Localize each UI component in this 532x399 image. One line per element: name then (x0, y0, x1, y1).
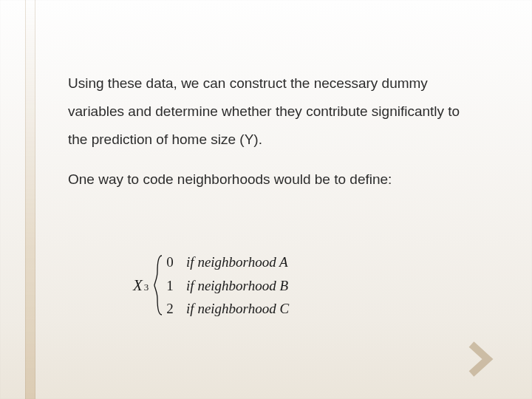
chevron-right-icon (468, 341, 499, 377)
case-row: 2 if neighborhood C (166, 299, 289, 318)
equation-cases: 0 if neighborhood A 1 if neighborhood B … (166, 253, 289, 318)
equation: X 3 0 if neighborhood A 1 if neighborhoo… (133, 253, 384, 318)
case-text: if neighborhood B (182, 278, 288, 293)
slide: Using these data, we can construct the n… (0, 0, 532, 399)
paragraph-1: Using these data, we can construct the n… (68, 69, 467, 154)
equation-subscript: 3 (144, 282, 149, 293)
case-value: 0 (166, 253, 178, 272)
paragraph-2: One way to code neighborhoods would be t… (68, 166, 467, 194)
case-row: 0 if neighborhood A (166, 253, 289, 272)
equation-variable: X (133, 276, 143, 295)
case-value: 1 (166, 276, 178, 296)
case-text: if neighborhood A (182, 254, 288, 270)
case-text: if neighborhood C (182, 301, 289, 316)
left-brace-icon (153, 254, 163, 316)
left-accent-bar (25, 0, 35, 399)
case-row: 1 if neighborhood B (166, 276, 289, 296)
content-area: Using these data, we can construct the n… (68, 69, 467, 205)
case-value: 2 (166, 299, 178, 318)
